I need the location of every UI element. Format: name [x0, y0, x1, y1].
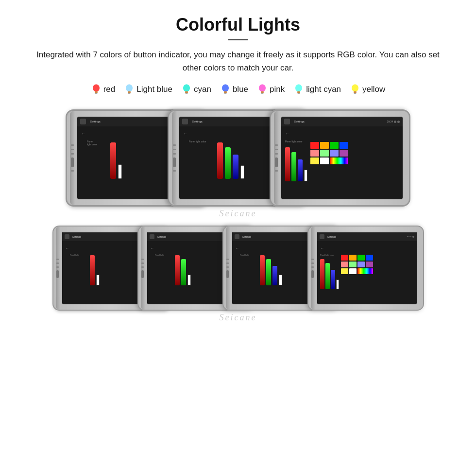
svg-rect-19: [261, 93, 264, 94]
svg-rect-15: [224, 93, 226, 94]
svg-rect-11: [185, 93, 187, 94]
title-section: Colorful Lights: [19, 15, 457, 40]
bulb-icon-pink: [257, 83, 268, 96]
svg-point-9: [183, 85, 190, 92]
svg-rect-6: [128, 91, 131, 93]
bottom-device-row: Settings ← Panel light: [19, 226, 457, 323]
color-item-cyan: cyan: [181, 83, 211, 96]
bulb-icon-cyan: [181, 83, 192, 96]
page-title: Colorful Lights: [19, 15, 457, 35]
svg-rect-2: [95, 91, 98, 93]
title-divider: [228, 39, 248, 40]
color-label-yellow: yellow: [362, 85, 385, 94]
bulb-icon-lightblue: [124, 83, 135, 96]
color-label-pink: pink: [270, 85, 285, 94]
color-labels-row: red Light blue: [19, 83, 457, 96]
page-container: Colorful Lights Integrated with 7 colors…: [0, 0, 476, 340]
svg-rect-14: [224, 91, 227, 93]
svg-point-21: [295, 85, 302, 92]
svg-rect-7: [128, 93, 131, 94]
color-label-lightblue: Light blue: [136, 85, 172, 94]
watermark-2: Seicane: [19, 313, 457, 323]
svg-point-17: [259, 85, 266, 92]
svg-point-1: [93, 85, 100, 92]
svg-rect-23: [298, 93, 300, 94]
color-item-lightcyan: light cyan: [293, 83, 341, 96]
svg-rect-22: [297, 91, 300, 93]
color-label-cyan: cyan: [194, 85, 211, 94]
device-3: Settings 20:24 ←: [270, 109, 410, 207]
color-item-blue: blue: [220, 83, 248, 96]
color-label-blue: blue: [233, 85, 248, 94]
color-item-yellow: yellow: [350, 83, 385, 96]
top-device-row: Settings ← Panellight color: [19, 109, 457, 219]
svg-rect-26: [354, 91, 357, 93]
bulb-icon-lightcyan: [293, 83, 304, 96]
svg-rect-18: [261, 91, 264, 93]
bulb-icon-red: [91, 83, 102, 96]
bulb-icon-yellow: [350, 83, 360, 96]
svg-rect-27: [354, 93, 357, 94]
svg-point-25: [352, 85, 358, 92]
color-item-pink: pink: [257, 83, 285, 96]
svg-point-13: [222, 85, 229, 92]
color-label-red: red: [103, 85, 116, 94]
watermark-1: Seicane: [19, 209, 457, 219]
color-item-red: red: [91, 83, 116, 96]
svg-rect-10: [185, 91, 188, 93]
description-text: Integrated with 7 colors of button indic…: [19, 48, 457, 74]
bulb-icon-blue: [220, 83, 231, 96]
color-item-lightblue: Light blue: [124, 83, 172, 96]
svg-point-5: [126, 85, 133, 92]
device-7: Settings 20:24 ← Panel light color: [307, 226, 424, 311]
svg-rect-3: [95, 93, 97, 94]
color-label-lightcyan: light cyan: [306, 85, 341, 94]
